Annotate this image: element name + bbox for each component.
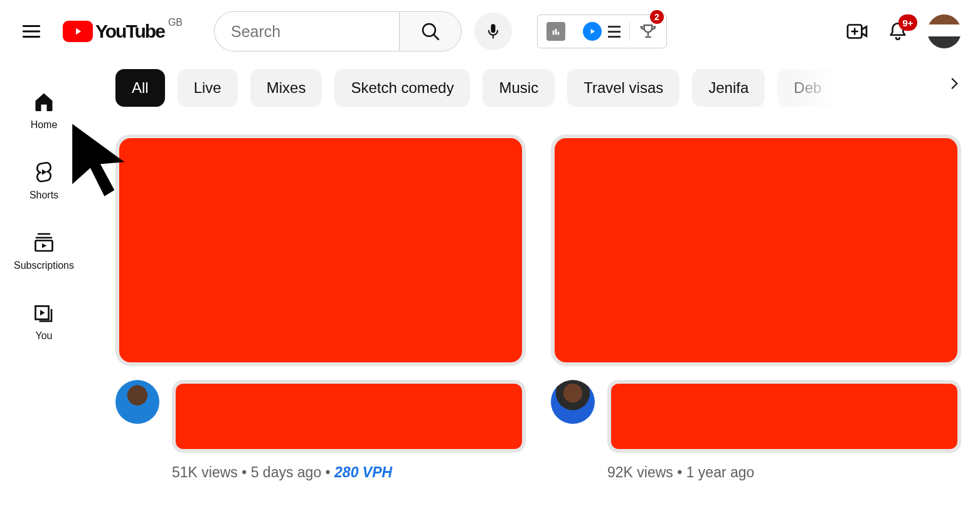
header-right: 9+ [846, 14, 961, 48]
video-thumbnail[interactable] [115, 134, 526, 366]
chip-partial[interactable]: Deb [777, 69, 838, 107]
extension-toolbar: 2 [537, 14, 667, 48]
extension-stats-button[interactable] [538, 15, 574, 48]
notifications-button[interactable]: 9+ [887, 21, 908, 42]
chevron-right-icon [946, 75, 962, 92]
trophy-icon [639, 22, 658, 41]
channel-avatar[interactable] [551, 380, 595, 424]
account-avatar[interactable] [927, 14, 961, 48]
video-card: 51K views • 5 days ago • 280 VPH [115, 134, 526, 481]
country-code: GB [168, 17, 183, 28]
chips-scroll-right-button[interactable] [941, 70, 967, 99]
microphone-icon [484, 23, 502, 40]
menu-lines-icon [608, 26, 620, 38]
library-icon [33, 301, 55, 324]
svg-rect-3 [555, 29, 557, 35]
sidebar-item-home[interactable]: Home [0, 75, 88, 146]
chip-jenifa[interactable]: Jenifa [692, 69, 765, 107]
views-label: 51K views [172, 464, 238, 480]
video-stats: 51K views • 5 days ago • 280 VPH [172, 464, 526, 481]
video-title[interactable] [172, 380, 526, 453]
voice-search-button[interactable] [474, 13, 512, 50]
video-stats: 92K views • 1 year ago [607, 464, 961, 481]
age-label: 5 days ago [251, 464, 322, 480]
extension-vidiq-button[interactable] [574, 15, 629, 48]
sidebar-item-label: Subscriptions [14, 260, 74, 271]
mini-sidebar: Home Shorts Subscriptions You [0, 63, 88, 481]
trophy-badge: 2 [650, 10, 664, 24]
vph-label: 280 VPH [334, 464, 392, 480]
video-card: 92K views • 1 year ago [551, 134, 961, 481]
home-icon [33, 90, 55, 113]
sidebar-item-subscriptions[interactable]: Subscriptions [0, 216, 88, 286]
search-input[interactable] [214, 11, 399, 51]
video-title[interactable] [607, 380, 961, 453]
chip-music[interactable]: Music [482, 69, 555, 107]
channel-avatar[interactable] [115, 380, 159, 424]
youtube-logo-text: YouTube [95, 21, 164, 42]
create-button[interactable] [846, 20, 868, 43]
sidebar-item-label: You [36, 330, 53, 342]
shorts-icon [33, 161, 55, 183]
sidebar-item-you[interactable]: You [0, 286, 88, 357]
svg-line-1 [434, 35, 439, 40]
hamburger-icon [21, 21, 42, 42]
age-label: 1 year ago [686, 464, 755, 480]
header: YouTube GB 2 [0, 0, 980, 63]
chip-travel-visas[interactable]: Travel visas [567, 69, 679, 107]
chip-sketch-comedy[interactable]: Sketch comedy [334, 69, 470, 107]
chip-all[interactable]: All [115, 69, 165, 107]
extension-trophy-button[interactable]: 2 [630, 15, 666, 48]
sidebar-item-label: Shorts [29, 190, 58, 201]
video-thumbnail[interactable] [551, 134, 961, 366]
notification-badge: 9+ [898, 14, 917, 31]
search-icon [420, 21, 441, 42]
youtube-logo-icon [63, 21, 93, 42]
filter-chips-row: All Live Mixes Sketch comedy Music Trave… [115, 63, 961, 107]
subscriptions-icon [33, 231, 55, 254]
logo-container[interactable]: YouTube GB [63, 21, 183, 42]
vidiq-icon [583, 22, 602, 41]
views-label: 92K views [607, 464, 673, 480]
sidebar-item-label: Home [31, 119, 58, 131]
bar-chart-icon [546, 22, 565, 41]
chip-mixes[interactable]: Mixes [250, 69, 322, 107]
sidebar-item-shorts[interactable]: Shorts [0, 146, 88, 216]
search-container [214, 11, 512, 51]
svg-rect-4 [558, 32, 560, 35]
video-grid: 51K views • 5 days ago • 280 VPH 92K vie… [115, 134, 961, 481]
search-button[interactable] [399, 11, 462, 51]
main-content: All Live Mixes Sketch comedy Music Trave… [88, 63, 980, 481]
svg-rect-2 [553, 31, 555, 35]
create-video-icon [846, 20, 868, 43]
guide-menu-button[interactable] [19, 19, 44, 44]
chip-live[interactable]: Live [178, 69, 238, 107]
